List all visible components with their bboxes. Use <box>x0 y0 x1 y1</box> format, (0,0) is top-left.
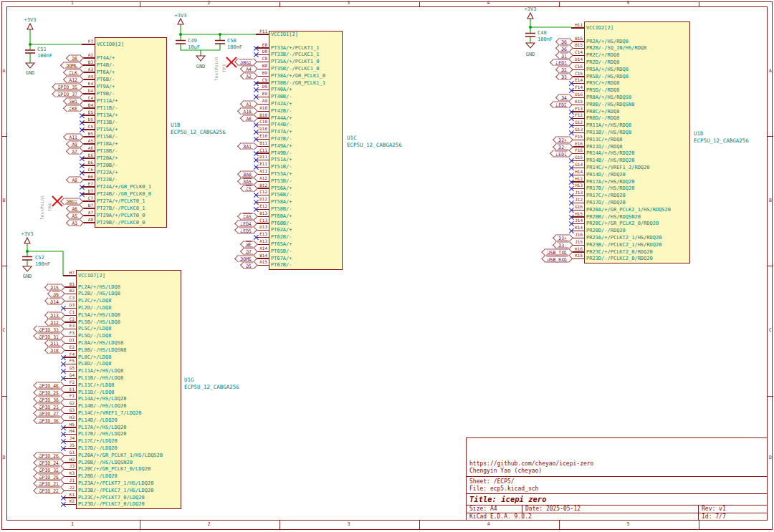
global-label-GPIO_36[interactable]: GPIO_36 <box>37 417 62 424</box>
power-net-label[interactable]: +3V3 <box>24 17 37 23</box>
global-label-GPIO_29[interactable]: GPIO_29 <box>37 390 62 396</box>
global-label-A4[interactable]: A4 <box>243 66 254 72</box>
global-label-D2+[interactable]: D2+ <box>555 137 570 143</box>
global-label-GPIO_31[interactable]: GPIO_31 <box>37 333 62 339</box>
global-label-A1[interactable]: A1 <box>243 101 254 107</box>
global-label-USB_RXD[interactable]: USB_RXD <box>545 256 570 262</box>
global-label-GPIO_21[interactable]: GPIO_21 <box>37 480 62 487</box>
global-label-GPIO_24[interactable]: GPIO_24 <box>37 460 62 466</box>
global-label-D4[interactable]: D4 <box>558 95 570 101</box>
capacitor-value[interactable]: 100nF <box>35 261 50 267</box>
global-label-USB_TXD[interactable]: USB_TXD <box>545 249 570 256</box>
gnd-icon[interactable] <box>26 63 34 68</box>
global-label-CLK[interactable]: CLK <box>66 69 80 76</box>
gnd-label[interactable]: GND <box>196 64 206 69</box>
global-label-LED4[interactable]: LED4 <box>237 221 254 227</box>
global-label-DQM0[interactable]: DQM0 <box>237 256 254 262</box>
no-connect-icon <box>253 45 259 52</box>
global-label-D10[interactable]: D10 <box>47 347 62 354</box>
global-label-BA1[interactable]: BA1 <box>240 143 254 150</box>
global-label-D12[interactable]: D12 <box>47 319 62 326</box>
gnd-label[interactable]: GND <box>26 70 35 76</box>
gnd-label[interactable]: GND <box>526 52 535 57</box>
global-label-D13[interactable]: D13 <box>47 312 62 319</box>
global-label-GPIO_38[interactable]: GPIO_38 <box>37 396 62 402</box>
global-label-A5[interactable]: A5 <box>69 213 80 219</box>
global-label-DBG2[interactable]: DBG2 <box>237 59 254 65</box>
no-connect-icon <box>253 80 259 87</box>
global-label-D11[interactable]: D11 <box>47 340 62 347</box>
global-label-D8[interactable]: D8 <box>69 55 80 62</box>
capacitor-ref[interactable]: C52 <box>35 255 44 261</box>
global-label-GPIO_40[interactable]: GPIO_40 <box>37 382 62 389</box>
global-label-A12[interactable]: A12 <box>66 77 80 83</box>
capacitor-ref[interactable]: C51 <box>37 47 47 52</box>
global-label-GPIO_37[interactable]: GPIO_37 <box>55 91 80 97</box>
global-label-A2[interactable]: A2 <box>243 73 254 79</box>
global-label-D14[interactable]: D14 <box>47 298 62 304</box>
capacitor-value[interactable]: 100nF <box>538 37 553 42</box>
capacitor-icon[interactable] <box>525 34 535 37</box>
global-label-A3[interactable]: A3 <box>69 220 80 226</box>
capacitor-ref[interactable]: C48 <box>538 30 547 36</box>
gnd-label[interactable]: GND <box>23 274 32 279</box>
gnd-icon[interactable] <box>526 43 535 48</box>
global-label-D9[interactable]: D9 <box>50 291 62 297</box>
global-label-GPIO_23[interactable]: GPIO_23 <box>37 403 62 410</box>
global-label-GPIO_27[interactable]: GPIO_27 <box>37 410 62 417</box>
global-label-D7[interactable]: D7 <box>243 248 254 255</box>
gnd-icon[interactable] <box>23 266 32 271</box>
power-net-label[interactable]: +3V3 <box>22 231 34 237</box>
global-label-DQML[interactable]: DQML <box>63 62 80 69</box>
global-label-D5[interactable]: D5 <box>243 262 254 269</box>
global-label-D3-[interactable]: D3- <box>555 242 570 248</box>
power-net-label[interactable]: +3V3 <box>525 6 537 12</box>
capacitor-icon[interactable] <box>25 50 35 53</box>
global-label-LED3[interactable]: LED3 <box>553 59 570 66</box>
global-label-CKE[interactable]: CKE <box>66 105 80 112</box>
global-label-WE[interactable]: WE <box>243 241 254 248</box>
global-label-SW1[interactable]: SW1 <box>66 98 80 105</box>
capacitor-ref[interactable]: C50 <box>227 38 236 44</box>
global-label-D6[interactable]: D6 <box>558 45 570 52</box>
global-label-D0[interactable]: D0 <box>558 39 570 45</box>
global-label-D2[interactable]: D2 <box>558 67 570 73</box>
global-label-DBG1[interactable]: DBG1 <box>63 198 80 205</box>
global-label-LED2[interactable]: LED2 <box>553 102 570 108</box>
capacitor-value[interactable]: 100nF <box>227 44 242 50</box>
global-label-A0[interactable]: A0 <box>243 115 254 122</box>
global-label-GPIO_32[interactable]: GPIO_32 <box>37 466 62 473</box>
global-label-A6[interactable]: A6 <box>69 205 80 212</box>
global-label-GPIO_33[interactable]: GPIO_33 <box>37 326 62 332</box>
global-label-D2-[interactable]: D2- <box>555 144 570 150</box>
global-label-D1[interactable]: D1 <box>558 52 570 59</box>
global-label-A8[interactable]: A8 <box>69 177 80 183</box>
global-label-CS[interactable]: CS <box>243 185 254 192</box>
global-label-BA0[interactable]: BA0 <box>240 171 254 178</box>
pin-name: PL14C/+/VREF1_7/LDQ20 <box>78 410 142 416</box>
global-label-A7[interactable]: A7 <box>69 148 80 155</box>
global-label-D3[interactable]: D3 <box>558 74 570 80</box>
capacitor-icon[interactable] <box>22 257 32 261</box>
global-label-GPIO_22[interactable]: GPIO_22 <box>37 488 62 494</box>
power-net-label[interactable]: +3V3 <box>175 13 187 19</box>
capacitor-icon[interactable] <box>176 41 186 44</box>
global-label-LED1[interactable]: LED1 <box>553 150 570 157</box>
global-label-GPIO_28[interactable]: GPIO_28 <box>37 473 62 480</box>
global-label-CAS[interactable]: CAS <box>240 213 254 220</box>
pin-name: PL8D/-/LDQ8 <box>78 361 111 367</box>
capacitor-value[interactable]: 10uF <box>188 44 200 50</box>
global-label-RAS[interactable]: RAS <box>240 178 254 185</box>
global-label-A9[interactable]: A9 <box>69 141 80 147</box>
gnd-icon[interactable] <box>196 56 205 61</box>
global-label-D15[interactable]: D15 <box>47 284 62 291</box>
capacitor-value[interactable]: 100nF <box>37 53 52 59</box>
global-label-D3+[interactable]: D3+ <box>555 235 570 241</box>
global-label-LED5[interactable]: LED5 <box>237 227 254 233</box>
global-label-GPIO_35[interactable]: GPIO_35 <box>55 84 80 90</box>
capacitor-ref[interactable]: C49 <box>188 38 197 44</box>
global-label-A11[interactable]: A11 <box>66 134 80 140</box>
global-label-GPIO_26[interactable]: GPIO_26 <box>37 453 62 459</box>
no-connect-icon <box>60 501 67 508</box>
global-label-A10[interactable]: A10 <box>240 108 254 115</box>
